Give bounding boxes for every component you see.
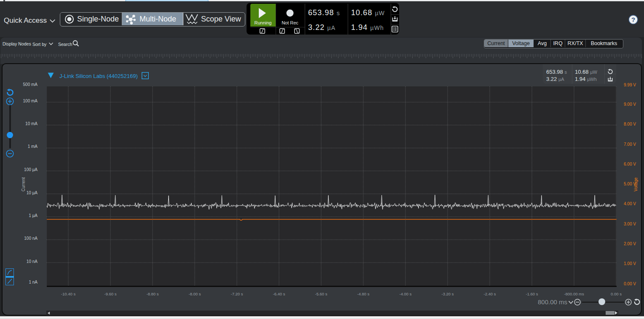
svg-text:?: ?	[631, 16, 635, 23]
